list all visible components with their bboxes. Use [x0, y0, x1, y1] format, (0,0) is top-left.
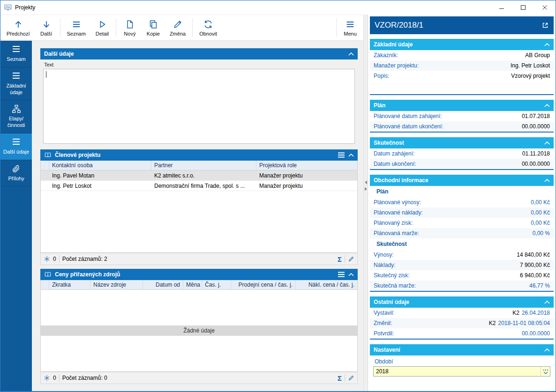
section-header: Plán	[370, 100, 554, 111]
collapse-icon[interactable]	[544, 348, 550, 352]
column-header-marker	[41, 161, 49, 170]
edit-icon[interactable]	[348, 256, 354, 262]
sidebar-item-prilohy[interactable]: Přílohy	[0, 160, 32, 187]
sum-icon[interactable]: Σ	[338, 256, 342, 263]
minimize-button[interactable]	[491, 0, 512, 15]
list-icon	[12, 138, 21, 147]
sidebar-item-etapy-cinnosti[interactable]: Etapy/ činnosti	[0, 100, 32, 133]
panel-menu-icon[interactable]	[338, 152, 345, 158]
prices-table: Zkratka Název zdroje Datum od Měna Čas. …	[40, 280, 358, 372]
cell-partner: Demonstrační firma Trade, spol. s ...	[151, 183, 256, 189]
sidebar-item-dalsi-udaje[interactable]: Další údaje	[0, 133, 32, 160]
list-icon	[12, 72, 21, 81]
snowflake-icon[interactable]	[44, 375, 50, 381]
next-button[interactable]: Další	[35, 16, 58, 39]
field-label: Plánované výnosy:	[374, 199, 421, 206]
sidebar-item-seznam[interactable]: Seznam	[0, 41, 32, 67]
section-title: Nastavení	[374, 347, 400, 353]
collapse-icon[interactable]	[544, 300, 550, 304]
section-header: Základní údaje	[370, 39, 554, 50]
copy-button[interactable]: Kopie	[142, 16, 165, 39]
collapse-icon[interactable]	[544, 141, 550, 145]
table-row[interactable]: Ing. Petr Loskot Demonstrační firma Trad…	[41, 181, 357, 191]
section-title: Obchodní informace	[374, 177, 428, 184]
field-value-date: 26.04.2018	[522, 310, 550, 316]
panel-ceny-header: Ceny přiřazených zdrojů	[40, 269, 358, 280]
field-row: Skutečný zisk:6 940,00 Kč	[370, 270, 554, 281]
column-header-zkratka[interactable]: Zkratka	[49, 280, 90, 290]
field-label: Výnosy:	[374, 251, 394, 258]
titlebar: Projekty	[0, 0, 556, 15]
section-header: Skutečnost	[370, 137, 554, 148]
field-value-date: 2018-11-01 08:05:04	[498, 320, 550, 326]
sidebar-item-zakladni-udaje[interactable]: Základní údaje	[0, 67, 32, 101]
column-header-mena[interactable]: Měna	[183, 280, 202, 290]
collapse-icon[interactable]	[544, 43, 550, 46]
field-label: Skutečná marže:	[374, 282, 416, 289]
column-header-nakl-cena[interactable]: Nákl. cena / čas. j.	[296, 280, 357, 290]
collapse-icon[interactable]	[544, 178, 550, 182]
panel-menu-icon[interactable]	[338, 272, 345, 277]
sum-icon[interactable]: Σ	[338, 375, 342, 382]
period-field-label: Období	[370, 355, 554, 366]
field-label: Plánované náklady:	[374, 209, 423, 216]
panel-clenove-header: Členové projektu	[40, 149, 358, 161]
members-table: Kontaktní osoba Partner Projektová role …	[40, 161, 358, 253]
refresh-icon	[203, 19, 213, 30]
maximize-button[interactable]	[512, 0, 534, 15]
period-combo-button[interactable]	[541, 367, 550, 376]
sidebar-item-label: Základní údaje	[1, 83, 31, 96]
column-header-cas-j[interactable]: Čas. j.	[202, 280, 231, 290]
field-label: Plánovaná marže:	[374, 230, 419, 237]
prices-table-body: Žádné údaje	[41, 290, 357, 371]
detail-button[interactable]: Detail	[91, 16, 113, 39]
field-label: Datum ukončení:	[374, 161, 416, 167]
collapse-icon[interactable]	[544, 104, 550, 107]
column-header-prodejni-cena[interactable]: Prodejní cena / čas. j.	[231, 280, 296, 290]
refresh-button[interactable]: Obnovit	[195, 16, 221, 39]
pencil-icon	[173, 19, 183, 30]
snowflake-icon[interactable]	[44, 256, 50, 262]
change-button[interactable]: Změna	[165, 16, 190, 39]
toolbar-separator	[192, 18, 193, 37]
field-row: Plánovaná marže:0,00 %	[370, 228, 554, 238]
field-row: Výnosy:14 840,00 Kč	[370, 250, 554, 260]
edit-icon[interactable]	[348, 375, 354, 381]
panel-splitter[interactable]	[363, 15, 368, 391]
field-label: Vystavil:	[374, 310, 394, 316]
flake-count: 0	[53, 375, 56, 381]
field-row: Manažer projektu:Ing. Petr Loskot	[370, 60, 554, 71]
field-row: Popis:Vzorový projekt	[370, 71, 554, 81]
field-label: Potvrdil:	[374, 330, 394, 337]
sidebar-item-label: Etapy/ činnosti	[8, 116, 25, 129]
table-row[interactable]: Ing. Pavel Motan K2 atmitec s.r.o. Manaž…	[41, 170, 357, 181]
panel-title: Členové projektu	[55, 152, 100, 158]
column-header-nazev-zdroje[interactable]: Název zdroje	[90, 280, 143, 290]
hierarchy-icon	[12, 104, 21, 113]
sidebar: Seznam Základní údaje Etapy/ činnosti Da…	[0, 41, 32, 391]
previous-button[interactable]: Předchozí	[2, 16, 34, 39]
panel-ceny-zdroju: Ceny přiřazených zdrojů Zkratka Název zd…	[40, 269, 358, 384]
field-value: 7 900,00 Kč	[520, 262, 550, 268]
list-icon	[71, 19, 82, 30]
collapse-icon[interactable]	[348, 52, 354, 56]
collapse-icon[interactable]	[348, 273, 354, 276]
text-caret	[46, 71, 46, 78]
column-header-datum-od[interactable]: Datum od	[143, 280, 183, 290]
close-button[interactable]	[534, 0, 556, 15]
field-value: AB Group	[525, 52, 550, 59]
prices-table-header: Zkratka Název zdroje Datum od Měna Čas. …	[41, 280, 357, 290]
new-button[interactable]: Nový	[119, 16, 141, 39]
column-header-kontaktni-osoba[interactable]: Kontaktní osoba	[49, 161, 151, 170]
expand-icon[interactable]	[541, 22, 549, 29]
field-row: Zákazník:AB Group	[370, 50, 554, 60]
period-input[interactable]	[374, 367, 541, 376]
field-label: Plánované datum zahájení:	[374, 113, 442, 119]
notes-text-input[interactable]	[43, 69, 355, 144]
column-header-partner[interactable]: Partner	[151, 161, 256, 170]
sidebar-item-label: Přílohy	[8, 176, 24, 182]
menu-button[interactable]: Menu	[339, 16, 361, 39]
column-header-projektova-role[interactable]: Projektová role	[256, 161, 357, 170]
collapse-icon[interactable]	[348, 153, 354, 157]
list-button[interactable]: Seznam	[63, 16, 90, 39]
